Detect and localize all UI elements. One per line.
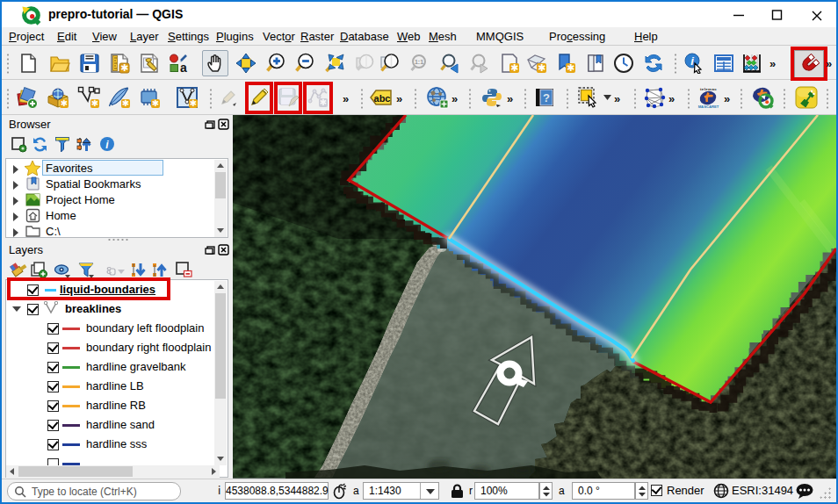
svg-text:✱: ✱: [152, 98, 159, 108]
svg-text:✱: ✱: [91, 98, 98, 108]
svg-text:telemac: telemac: [700, 87, 717, 91]
svg-text:✱: ✱: [190, 98, 197, 108]
svg-text:✱: ✱: [120, 62, 128, 73]
svg-text:✱: ✱: [538, 62, 545, 73]
svg-text:a: a: [180, 61, 187, 74]
svg-text:✱: ✱: [320, 97, 327, 107]
svg-text:i: i: [690, 54, 694, 68]
svg-text:1:1: 1:1: [415, 59, 423, 65]
svg-text:✱: ✱: [122, 98, 129, 108]
svg-text:MASCARET: MASCARET: [698, 104, 719, 109]
svg-text:✱: ✱: [510, 62, 518, 73]
svg-text:?: ?: [543, 91, 550, 104]
svg-text:✱: ✱: [61, 98, 68, 108]
svg-text:abc: abc: [374, 93, 391, 104]
svg-text:✱: ✱: [567, 62, 574, 73]
